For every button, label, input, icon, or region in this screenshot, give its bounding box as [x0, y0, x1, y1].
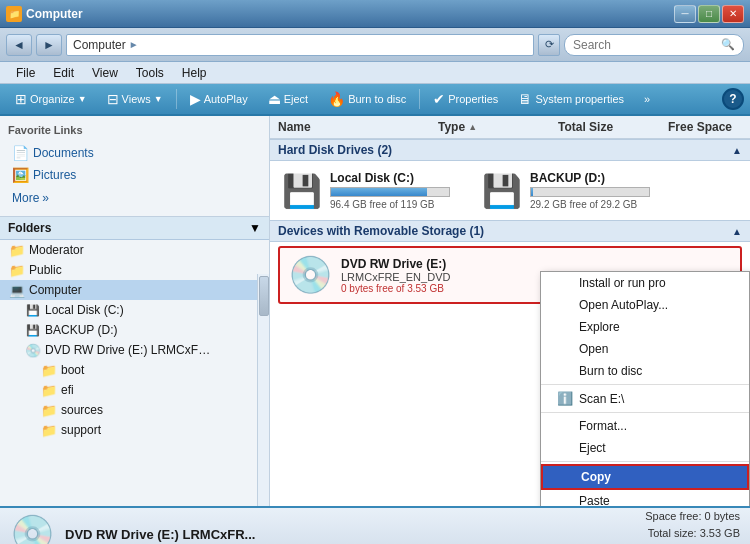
removable-name: DVD RW Drive (E:): [341, 257, 450, 271]
status-total-size-value: 3.53 GB: [700, 527, 740, 539]
tree-item-sources[interactable]: 📁 sources: [0, 400, 269, 420]
search-icon: 🔍: [721, 38, 735, 51]
views-button[interactable]: ⊟ Views ▼: [98, 86, 172, 112]
menu-edit[interactable]: Edit: [45, 64, 82, 82]
system-properties-button[interactable]: 🖥 System properties: [509, 86, 633, 112]
properties-button[interactable]: ✔ Properties: [424, 86, 507, 112]
disk-c-info: Local Disk (C:) 96.4 GB free of 119 GB: [330, 171, 450, 210]
menubar: File Edit View Tools Help: [0, 62, 750, 84]
ctx-install[interactable]: Install or run pro: [541, 272, 749, 294]
pictures-icon: 🖼️: [12, 167, 28, 183]
sidebar-item-pictures[interactable]: 🖼️ Pictures: [8, 164, 261, 186]
ctx-copy[interactable]: Copy: [541, 464, 749, 490]
system-properties-label: System properties: [535, 93, 624, 105]
disk-c-name: Local Disk (C:): [330, 171, 450, 185]
ctx-burn[interactable]: Burn to disc: [541, 360, 749, 382]
titlebar-left: 📁 Computer: [6, 6, 83, 22]
folders-header[interactable]: Folders ▼: [0, 217, 269, 240]
eject-button[interactable]: ⏏ Eject: [259, 86, 317, 112]
address-field[interactable]: Computer ►: [66, 34, 534, 56]
removable-info: DVD RW Drive (E:) LRMCxFRE_EN_DVD 0 byte…: [341, 257, 450, 294]
tree-item-public[interactable]: 📁 Public: [0, 260, 269, 280]
disk-icon: 💾: [24, 302, 42, 318]
burn-icon: 🔥: [328, 91, 345, 107]
tree-item-backup-d-label: BACKUP (D:): [45, 323, 117, 337]
removable-section-header: Devices with Removable Storage (1) ▲: [270, 220, 750, 242]
menu-tools[interactable]: Tools: [128, 64, 172, 82]
toolbar-separator-2: [419, 89, 420, 109]
ctx-eject[interactable]: Eject: [541, 437, 749, 459]
folder-icon: 📁: [40, 362, 58, 378]
search-input[interactable]: [573, 38, 717, 52]
hard-disk-toggle-icon[interactable]: ▲: [732, 145, 742, 156]
sidebar-item-documents[interactable]: 📄 Documents: [8, 142, 261, 164]
burn-button[interactable]: 🔥 Burn to disc: [319, 86, 415, 112]
file-list-header: Name Type ▲ Total Size Free Space: [270, 116, 750, 139]
more-button[interactable]: »: [635, 86, 659, 112]
col-total-header: Total Size: [558, 120, 668, 134]
more-icon: »: [42, 191, 49, 205]
address-arrow-icon: ►: [129, 39, 139, 50]
status-drive-icon: 💿: [10, 513, 55, 544]
tree-item-boot[interactable]: 📁 boot: [0, 360, 269, 380]
tree-item-efi[interactable]: 📁 efi: [0, 380, 269, 400]
forward-button[interactable]: ►: [36, 34, 62, 56]
search-box[interactable]: 🔍: [564, 34, 744, 56]
titlebar-title: Computer: [26, 7, 83, 21]
tree-scrollbar[interactable]: [257, 274, 269, 506]
ctx-paste[interactable]: Paste: [541, 490, 749, 506]
dvd-drive-icon: 💿: [288, 254, 333, 296]
tree-item-local-disk-c[interactable]: 💾 Local Disk (C:): [0, 300, 269, 320]
close-button[interactable]: ✕: [722, 5, 744, 23]
addressbar: ◄ ► Computer ► ⟳ 🔍: [0, 28, 750, 62]
disk-c-bar: [331, 188, 427, 196]
status-total-size: Total size: 3.53 GB: [645, 525, 740, 543]
tree-scrollbar-thumb[interactable]: [259, 276, 269, 316]
ctx-scan[interactable]: ℹ️ Scan E:\: [541, 387, 749, 410]
status-drive-name: DVD RW Drive (E:) LRMCxFR...: [65, 527, 635, 542]
tree-item-support[interactable]: 📁 support: [0, 420, 269, 440]
menu-file[interactable]: File: [8, 64, 43, 82]
tree-item-moderator[interactable]: 📁 Moderator: [0, 240, 269, 260]
status-space-free: Space free: 0 bytes: [645, 508, 740, 526]
app-icon: 📁: [6, 6, 22, 22]
address-text: Computer: [73, 38, 126, 52]
disk-item-d[interactable]: 💾 BACKUP (D:) 29.2 GB free of 29.2 GB: [478, 167, 658, 214]
favorite-links: Favorite Links 📄 Documents 🖼️ Pictures M…: [0, 116, 269, 217]
ctx-open[interactable]: Open: [541, 338, 749, 360]
views-arrow-icon: ▼: [154, 94, 163, 104]
menu-view[interactable]: View: [84, 64, 126, 82]
tree-item-public-label: Public: [29, 263, 62, 277]
disk-d-size: 29.2 GB free of 29.2 GB: [530, 199, 650, 210]
disk-d-bar: [531, 188, 533, 196]
sort-arrow-icon: ▲: [468, 122, 477, 132]
autoplay-icon: ▶: [190, 91, 201, 107]
tree-item-sources-label: sources: [61, 403, 103, 417]
toolbar-separator-1: [176, 89, 177, 109]
more-link[interactable]: More »: [8, 188, 261, 208]
help-button[interactable]: ?: [722, 88, 744, 110]
refresh-button[interactable]: ⟳: [538, 34, 560, 56]
back-button[interactable]: ◄: [6, 34, 32, 56]
ctx-explore[interactable]: Explore: [541, 316, 749, 338]
organize-button[interactable]: ⊞ Organize ▼: [6, 86, 96, 112]
autoplay-button[interactable]: ▶ AutoPlay: [181, 86, 257, 112]
tree-item-backup-d[interactable]: 💾 BACKUP (D:): [0, 320, 269, 340]
minimize-button[interactable]: ─: [674, 5, 696, 23]
tree-item-computer[interactable]: 💻 Computer: [0, 280, 269, 300]
disk-item-c[interactable]: 💾 Local Disk (C:) 96.4 GB free of 119 GB: [278, 167, 458, 214]
menu-help[interactable]: Help: [174, 64, 215, 82]
titlebar-controls: ─ □ ✕: [674, 5, 744, 23]
tree-item-moderator-label: Moderator: [29, 243, 84, 257]
ctx-format[interactable]: Format...: [541, 415, 749, 437]
properties-label: Properties: [448, 93, 498, 105]
removable-section-label: Devices with Removable Storage (1): [278, 224, 484, 238]
tree-item-computer-label: Computer: [29, 283, 82, 297]
tree-item-dvd-drive[interactable]: 💿 DVD RW Drive (E:) LRMCxFRE_EN_DVD: [0, 340, 269, 360]
organize-icon: ⊞: [15, 91, 27, 107]
ctx-autoplay[interactable]: Open AutoPlay...: [541, 294, 749, 316]
maximize-button[interactable]: □: [698, 5, 720, 23]
col-free-header: Free Space: [668, 120, 742, 134]
removable-toggle-icon[interactable]: ▲: [732, 226, 742, 237]
tree-item-support-label: support: [61, 423, 101, 437]
